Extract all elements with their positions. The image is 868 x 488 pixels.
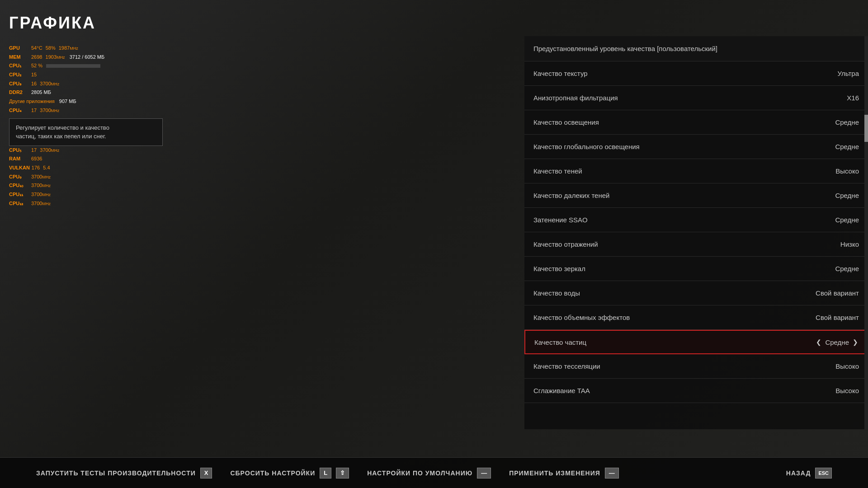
cpu2-label: CPU₂ <box>9 70 29 79</box>
arrow-left-icon[interactable]: ❮ <box>816 338 821 346</box>
ram-label: RAM <box>9 155 29 163</box>
ram-stat-row: RAM 6936 <box>9 155 271 163</box>
cpu3-val: 16 <box>31 80 37 88</box>
apply-key: — <box>605 468 619 479</box>
scrollbar-thumb[interactable] <box>864 115 868 142</box>
gpu-load: 58% <box>44 44 56 52</box>
setting-name-9: Качество зеркал <box>533 265 585 272</box>
setting-row-3[interactable]: Качество освещенияСредне <box>524 110 868 135</box>
setting-row-5[interactable]: Качество тенейВысоко <box>524 159 868 183</box>
setting-row-10[interactable]: Качество водыСвой вариант <box>524 281 868 305</box>
gpu-label: GPU <box>9 44 29 52</box>
cpu3-label: CPU₃ <box>9 80 29 88</box>
cpu5-mhz: 3700MHz <box>38 146 59 155</box>
setting-name-10: Качество воды <box>533 289 580 297</box>
run-tests-key: X <box>200 468 212 479</box>
setting-value-9: Средне <box>835 265 859 272</box>
vulkan-fps: 5.4 <box>42 164 50 172</box>
vulkan-label: VULKAN <box>9 164 30 172</box>
setting-name-5: Качество теней <box>533 167 582 175</box>
cpu1-label: CPU₁ <box>9 61 29 70</box>
setting-value-6: Средне <box>835 192 859 199</box>
setting-name-14: Сглаживание TAA <box>533 387 590 394</box>
setting-value-4: Средне <box>835 143 859 150</box>
run-tests-action[interactable]: Запустить тесты производительности X <box>36 468 212 479</box>
settings-list: Предустановленный уровень качества [поль… <box>524 36 868 429</box>
cpu1-val: 52 % <box>31 61 42 70</box>
cpu12-label: CPU₁₂ <box>9 199 29 208</box>
ddr2-val: 2805 МБ <box>31 88 51 97</box>
mem-val2: 1903MHz <box>44 53 65 61</box>
setting-row-8[interactable]: Качество отраженийНизко <box>524 232 868 257</box>
setting-value-11: Свой вариант <box>816 314 859 321</box>
setting-name-8: Качество отражений <box>533 240 598 248</box>
mem-label: MEM <box>9 53 29 61</box>
cpu11-mhz: 3700MHz <box>31 190 51 199</box>
ddr2-label: DDR2 <box>9 88 29 97</box>
cpu10-stat-row: CPU₁₀ 3700MHz <box>9 181 271 190</box>
setting-value-12: ❮ Средне ❯ <box>816 338 858 346</box>
cpu9-stat-row: CPU₉ 3700MHz <box>9 173 271 181</box>
setting-row-14[interactable]: Сглаживание TAAВысоко <box>524 379 868 403</box>
ddr2-stat-row: DDR2 2805 МБ <box>9 88 271 97</box>
tooltip-box: Регулирует количество и качествочастиц, … <box>9 118 163 146</box>
setting-row-4[interactable]: Качество глобального освещенияСредне <box>524 135 868 159</box>
setting-value-7: Средне <box>835 216 859 224</box>
arrow-right-icon[interactable]: ❯ <box>853 338 858 346</box>
app-label: Другие приложения <box>9 97 55 106</box>
cpu2-stat-row: CPU₂ 15 <box>9 70 271 79</box>
back-label: Назад <box>786 469 811 477</box>
settings-panel: Предустановленный уровень качества [поль… <box>524 36 868 429</box>
setting-row-9[interactable]: Качество зеркалСредне <box>524 257 868 281</box>
cpu5-stat-row: CPU₅ 17 3700MHz <box>9 146 271 155</box>
setting-row-2[interactable]: Анизотропная фильтрацияX16 <box>524 86 868 110</box>
defaults-action[interactable]: Настройки по умолчанию — <box>367 468 491 479</box>
cpu12-mhz: 3700MHz <box>31 199 51 208</box>
cpu2-val: 15 <box>31 70 37 79</box>
cpu4-mhz: 3700MHz <box>38 106 59 115</box>
back-action[interactable]: Назад ESC <box>786 468 832 479</box>
setting-row-6[interactable]: Качество далеких тенейСредне <box>524 183 868 208</box>
setting-row-1[interactable]: Качество текстурУльтра <box>524 61 868 86</box>
reset-key1: L <box>320 468 331 479</box>
bottom-bar: Запустить тесты производительности X Сбр… <box>0 457 868 488</box>
reset-key2: ⇧ <box>336 468 349 479</box>
cpu9-label: CPU₉ <box>9 173 29 181</box>
reset-label: Сбросить настройки <box>230 469 315 477</box>
tooltip-text: Регулирует количество и качествочастиц, … <box>16 124 109 140</box>
cpu12-stat-row: CPU₁₂ 3700MHz <box>9 199 271 208</box>
cpu1-bar <box>46 64 100 68</box>
setting-value-8: Низко <box>840 240 859 248</box>
reset-action[interactable]: Сбросить настройки L ⇧ <box>230 468 349 479</box>
scrollbar-track[interactable] <box>864 36 868 429</box>
setting-name-4: Качество глобального освещения <box>533 143 640 150</box>
cpu10-mhz: 3700MHz <box>31 181 51 190</box>
setting-value-13: Высоко <box>835 362 859 370</box>
apply-action[interactable]: Применить изменения — <box>509 468 619 479</box>
gpu-temp: 54°C <box>31 44 42 52</box>
cpu11-label: CPU₁₁ <box>9 190 29 199</box>
gpu-stat-row: GPU 54°C 58% 1987MHz <box>9 44 271 52</box>
app-stat-row: Другие приложения 907 МБ <box>9 97 271 106</box>
mem-stat-row: MEM 2698 1903MHz 3712 / 6052 МБ <box>9 53 271 61</box>
setting-row-13[interactable]: Качество тесселяцииВысоко <box>524 354 868 379</box>
setting-row-0[interactable]: Предустановленный уровень качества [поль… <box>524 36 868 61</box>
cpu9-mhz: 3700MHz <box>31 173 51 181</box>
setting-name-2: Анизотропная фильтрация <box>533 94 618 102</box>
setting-value-3: Средне <box>835 118 859 126</box>
setting-row-7[interactable]: Затенение SSAOСредне <box>524 208 868 232</box>
setting-value-2: X16 <box>847 94 859 102</box>
vulkan-stat-row: VULKAN 176 5.4 <box>9 164 271 172</box>
setting-current-value: Средне <box>825 338 849 346</box>
setting-name-7: Затенение SSAO <box>533 216 588 224</box>
setting-name-0: Предустановленный уровень качества [поль… <box>533 45 717 52</box>
stats-block: GPU 54°C 58% 1987MHz MEM 2698 1903MHz 37… <box>9 44 271 207</box>
mem-total: 3712 / 6052 МБ <box>67 53 105 61</box>
setting-row-12[interactable]: Качество частиц❮ Средне ❯ <box>524 330 868 354</box>
vulkan-val: 176 <box>32 164 40 172</box>
setting-name-12: Качество частиц <box>534 338 586 346</box>
setting-value-14: Высоко <box>835 387 859 394</box>
page-title: ГРАФИКА <box>9 14 271 33</box>
setting-row-11[interactable]: Качество объемных эффектовСвой вариант <box>524 305 868 330</box>
gpu-mhz: 1987MHz <box>57 44 78 52</box>
